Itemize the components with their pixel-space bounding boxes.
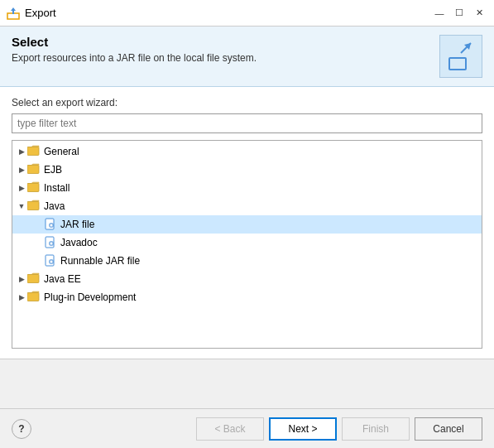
folder-icon [27,181,41,195]
svg-rect-6 [27,166,39,174]
header-icon-box [439,35,482,78]
tree-container: ▶ General▶ EJB▶ Install▼ Java JAR file [12,140,482,349]
title-bar: Export — ☐ ✕ [0,0,494,26]
next-button[interactable]: Next > [269,417,337,441]
tree-item-ejb[interactable]: ▶ EJB [12,161,482,179]
tree-item-label: Plug-in Development [44,291,136,303]
tree-item-label: Javadoc [60,237,98,248]
tree-item-label: Java EE [44,273,81,285]
tree-item-general[interactable]: ▶ General [12,142,482,161]
svg-rect-18 [27,275,39,283]
folder-icon [27,145,41,158]
tree-item-java[interactable]: ▼ Java [12,197,482,215]
svg-rect-8 [27,202,39,210]
window-controls: — ☐ ✕ [431,5,487,22]
svg-rect-19 [27,293,39,301]
bottom-padding [0,359,494,408]
svg-rect-5 [27,147,39,156]
filter-input[interactable] [12,113,482,133]
tree-item-label: Java [44,200,65,212]
header-title: Select [12,35,431,49]
back-button[interactable]: < Back [196,417,264,441]
window-title: Export [25,7,431,19]
svg-point-17 [50,261,53,263]
finish-button[interactable]: Finish [342,417,410,441]
tree-item-jar-file[interactable]: JAR file [12,215,482,234]
tree-item-label: General [44,146,79,157]
tree-item-install[interactable]: ▶ Install [12,179,482,197]
svg-rect-0 [7,13,19,19]
header-text: Select Export resources into a JAR file … [12,35,431,64]
tree-item-runnable-jar[interactable]: Runnable JAR file [12,252,482,270]
folder-icon [27,163,41,176]
file-icon [44,218,57,231]
file-icon [44,254,57,267]
tree-item-plugin-dev[interactable]: ▶ Plug-in Development [12,288,482,306]
main-content: Select an export wizard: ▶ General▶ EJB▶… [0,87,494,359]
svg-point-14 [50,243,53,245]
cancel-button[interactable]: Cancel [415,417,482,441]
folder-icon [27,272,41,286]
button-bar: ? < Back Next > Finish Cancel [0,408,494,448]
folder-icon [27,291,41,304]
tree-item-label: EJB [44,164,62,176]
file-icon [44,236,57,249]
close-button[interactable]: ✕ [471,5,487,22]
export-jar-icon [446,41,476,71]
svg-rect-2 [449,58,466,70]
tree-item-label: Install [44,182,70,194]
minimize-button[interactable]: — [431,5,448,22]
tree-item-label: Runnable JAR file [60,255,140,267]
svg-rect-7 [27,184,39,192]
tree-item-label: JAR file [60,219,94,230]
filter-label: Select an export wizard: [12,97,482,108]
svg-point-11 [50,224,53,227]
folder-icon [27,200,41,213]
tree-list[interactable]: ▶ General▶ EJB▶ Install▼ Java JAR file [12,141,482,348]
maximize-button[interactable]: ☐ [451,5,468,22]
window-icon [7,7,20,20]
header-subtitle: Export resources into a JAR file on the … [12,52,431,64]
help-button[interactable]: ? [12,419,31,439]
tree-item-javadoc[interactable]: Javadoc [12,234,482,252]
header-section: Select Export resources into a JAR file … [0,26,494,87]
tree-item-java-ee[interactable]: ▶ Java EE [12,270,482,288]
